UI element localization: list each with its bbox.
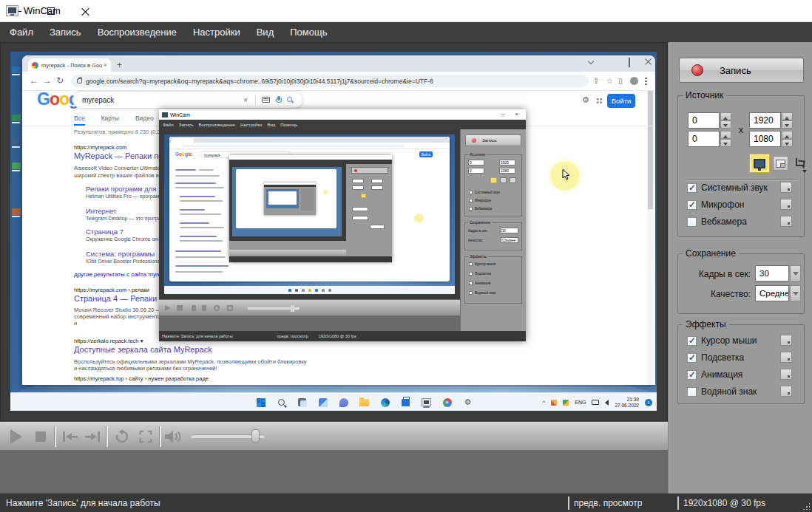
window-mode-button[interactable] bbox=[773, 156, 788, 171]
monitor-mode-button[interactable] bbox=[749, 154, 770, 173]
nested-width-field: 1920 bbox=[499, 160, 515, 165]
offset-x-value[interactable]: 0 bbox=[688, 112, 720, 129]
watermark-options-button[interactable] bbox=[780, 386, 792, 397]
fullscreen-button[interactable] bbox=[136, 427, 155, 446]
status-mode: предв. просмотр bbox=[574, 498, 642, 508]
animation-options-button[interactable] bbox=[780, 369, 792, 380]
menu-record[interactable]: Запись bbox=[41, 22, 89, 42]
bottom-filler bbox=[0, 451, 668, 494]
highlight-options-button[interactable] bbox=[780, 352, 792, 363]
quality-dropdown-button[interactable] bbox=[790, 285, 801, 301]
l3-playback-bar bbox=[229, 250, 346, 256]
spin-up-button[interactable] bbox=[782, 131, 793, 139]
spin-up-button[interactable] bbox=[720, 112, 731, 120]
quality-combo[interactable]: Среднее bbox=[755, 285, 801, 301]
nested-taskbar-icon bbox=[322, 289, 325, 292]
nested-google-logo: Google bbox=[175, 151, 192, 157]
quality-label: Качество: bbox=[683, 289, 751, 299]
menu-view[interactable]: Вид bbox=[248, 22, 282, 42]
volume-slider-thumb[interactable] bbox=[251, 429, 260, 443]
source-group-title: Источник bbox=[683, 90, 726, 100]
repeat-button[interactable] bbox=[112, 427, 132, 446]
nested-record-dot bbox=[472, 138, 476, 143]
taskbar-icons: ⚙ bbox=[255, 393, 473, 411]
l4-browser bbox=[268, 191, 297, 205]
nested-monitor-mode-button bbox=[490, 177, 497, 183]
nested-title-bar: WinCam – × bbox=[159, 109, 526, 120]
chrome-tab-strip: myrepack - Поиск в Google × + bbox=[22, 55, 655, 72]
nested-play-icon bbox=[165, 305, 171, 311]
effects-group-title: Эффекты bbox=[683, 319, 729, 330]
microphone-checkbox[interactable] bbox=[687, 200, 697, 210]
menu-help[interactable]: Помощь bbox=[282, 22, 335, 42]
system-audio-options-button[interactable] bbox=[780, 182, 792, 193]
volume-button[interactable] bbox=[164, 427, 183, 446]
system-audio-checkbox[interactable] bbox=[687, 183, 697, 193]
window-icon bbox=[776, 160, 785, 168]
text-line bbox=[175, 265, 229, 267]
mouse-cursor-checkbox[interactable] bbox=[687, 336, 697, 346]
region-dropdown-caret-icon[interactable] bbox=[802, 170, 807, 175]
chrome-icon bbox=[441, 397, 453, 408]
l3-right-panel bbox=[348, 164, 392, 241]
nested-address-bar bbox=[183, 145, 405, 147]
l3-field bbox=[371, 179, 383, 183]
nested-fps-combo: 30 bbox=[501, 228, 518, 233]
animation-checkbox[interactable] bbox=[687, 370, 697, 380]
status-hint: Нажмите 'Запись' для начала работы bbox=[6, 498, 160, 508]
width-spinner[interactable]: 1920 bbox=[749, 112, 793, 129]
logo-letter: e bbox=[189, 151, 192, 157]
spin-down-button[interactable] bbox=[720, 120, 731, 129]
menu-playback[interactable]: Воспроизведение bbox=[89, 22, 185, 42]
close-button[interactable] bbox=[68, 0, 102, 22]
highlight-checkbox[interactable] bbox=[687, 353, 697, 363]
webcam-checkbox[interactable] bbox=[687, 217, 697, 227]
source-group: Источник 0 x 1920 0 1080 bbox=[677, 95, 805, 237]
mouse-cursor-options-button[interactable] bbox=[780, 335, 792, 346]
menu-file[interactable]: Файл bbox=[1, 22, 41, 42]
tray-clock: 21:39 27.06.2022 bbox=[615, 397, 639, 409]
text-line bbox=[180, 236, 217, 237]
menu-settings[interactable]: Настройки bbox=[185, 22, 248, 42]
play-button[interactable] bbox=[6, 427, 25, 446]
spin-up-button[interactable] bbox=[782, 112, 793, 120]
spin-down-button[interactable] bbox=[782, 139, 793, 147]
system-tray: ^ ENG 21:39 27.06.2022 1 bbox=[543, 393, 652, 411]
spin-down-button[interactable] bbox=[782, 120, 793, 129]
search-icon bbox=[276, 397, 287, 408]
height-spinner[interactable]: 1080 bbox=[749, 131, 793, 147]
nested-menu-item: Настройки bbox=[240, 123, 262, 127]
nested-window-title: WinCam bbox=[170, 112, 190, 117]
status-bar: Нажмите 'Запись' для начала работы предв… bbox=[0, 494, 812, 512]
webcam-row: Вебкамера bbox=[687, 216, 747, 228]
offset-y-spinner[interactable]: 0 bbox=[688, 131, 731, 147]
width-value[interactable]: 1920 bbox=[749, 112, 781, 129]
region-mode-button[interactable] bbox=[791, 156, 806, 171]
offset-y-value[interactable]: 0 bbox=[688, 131, 720, 147]
resize-grip[interactable] bbox=[802, 502, 810, 510]
spin-up-button[interactable] bbox=[720, 131, 731, 139]
result-sublink: Интернет bbox=[86, 207, 116, 215]
nested-checkbox bbox=[469, 281, 473, 285]
microphone-options-button[interactable] bbox=[780, 199, 792, 210]
highlight-row: Подсветка bbox=[687, 352, 744, 363]
seek-start-button[interactable] bbox=[61, 427, 80, 446]
nested-seek-end-icon bbox=[202, 305, 206, 311]
webcam-options-button[interactable] bbox=[780, 216, 792, 227]
offset-x-spinner[interactable]: 0 bbox=[688, 112, 731, 129]
text-line bbox=[175, 187, 224, 188]
l3-field bbox=[352, 185, 364, 190]
fps-combo[interactable]: 30 bbox=[755, 265, 801, 281]
nested-tab-strip bbox=[169, 137, 450, 143]
tray-app-icon bbox=[551, 400, 557, 406]
height-value[interactable]: 1080 bbox=[749, 131, 781, 147]
spin-down-button[interactable] bbox=[720, 139, 731, 147]
nested-fullscreen-icon bbox=[227, 305, 233, 311]
fps-dropdown-button[interactable] bbox=[790, 265, 801, 281]
seek-end-button[interactable] bbox=[83, 427, 102, 446]
watermark-checkbox[interactable] bbox=[687, 387, 697, 397]
seek-start-icon bbox=[62, 431, 78, 443]
record-button[interactable]: Запись bbox=[679, 58, 804, 83]
stop-button[interactable] bbox=[31, 427, 50, 446]
nested-right-panel: Запись Источник 0 1920 0 1080 Системный … bbox=[460, 129, 526, 331]
